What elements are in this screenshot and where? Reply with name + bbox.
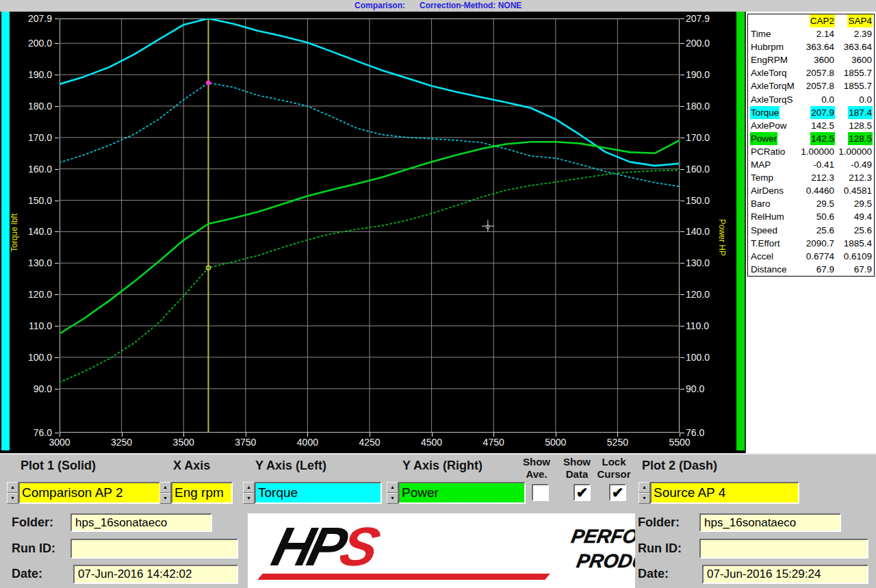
lock-cursor-label: Lock Cursor	[590, 456, 638, 481]
runid-field-right[interactable]	[699, 539, 868, 559]
xaxis-value-field[interactable]: Eng rpm	[171, 482, 233, 504]
y-tick-label-right: 180.0	[686, 101, 728, 112]
row-value: 207.9	[810, 106, 835, 119]
spinner-down-icon[interactable]: ▼	[159, 493, 171, 504]
row-value: 3600	[813, 53, 835, 66]
table-row: AirDens0.44600.4581	[748, 184, 874, 197]
x-tick-label: 5000	[535, 437, 576, 448]
runid-field-left[interactable]	[70, 539, 238, 559]
lock-cursor-checkbox[interactable]: ✔	[609, 484, 626, 501]
table-row: Temp212.3212.3	[748, 171, 874, 184]
row-value: 363.64	[806, 40, 835, 53]
row-label: AxleTorqS	[750, 93, 794, 106]
y-tick-label-left: 130.0	[10, 257, 52, 268]
torque-axis-color-strip	[1, 12, 10, 450]
plot1-value-field[interactable]: Comparison AP 2	[18, 482, 161, 504]
cursor-data-table: CAP2SAP4Time2.142.39Hubrpm363.64363.64En…	[747, 14, 875, 277]
y-tick-mark	[680, 138, 684, 138]
y-tick-mark	[680, 201, 684, 201]
y-tick-mark	[680, 263, 684, 264]
plot2-label: Plot 2 (Dash)	[642, 459, 717, 473]
yaxis-right-selector: ▲ ▼ Power	[387, 482, 526, 504]
spinner-down-icon[interactable]: ▼	[387, 493, 398, 504]
show-ave-checkbox[interactable]	[532, 484, 549, 501]
runid-label-left: Run ID:	[12, 541, 55, 556]
yaxis-right-value-field[interactable]: Power	[398, 482, 526, 504]
table-row: Power142.5128.5	[748, 132, 874, 145]
table-row: AxleTorq2057.81855.7	[748, 66, 874, 79]
y-tick-mark	[55, 138, 59, 138]
spinner-up-icon[interactable]: ▲	[159, 482, 171, 493]
table-row: Distance67.967.9	[748, 263, 874, 276]
yaxis-left-label: Y Axis (Left)	[255, 459, 326, 473]
row-value: 142.5	[810, 119, 835, 132]
y-tick-label-left: 110.0	[10, 320, 52, 331]
y-tick-label-left: 180.0	[10, 101, 52, 112]
row-label: Temp	[750, 171, 774, 184]
spinner-down-icon[interactable]: ▼	[7, 493, 18, 504]
y-tick-label-right: 160.0	[686, 164, 728, 175]
plot-area[interactable]	[60, 18, 680, 433]
table-header-name	[748, 14, 795, 27]
row-value: 2.14	[816, 27, 835, 40]
y-tick-mark	[680, 389, 684, 389]
y-tick-mark	[680, 326, 684, 327]
row-label: RelHum	[750, 210, 785, 223]
spinner-up-icon[interactable]: ▲	[387, 482, 398, 493]
row-value: 2090.7	[806, 237, 835, 250]
yaxis-right-spinner[interactable]: ▲ ▼	[387, 482, 398, 504]
row-value: 67.9	[816, 263, 835, 276]
spinner-up-icon[interactable]: ▲	[243, 482, 255, 493]
plot1-spinner[interactable]: ▲ ▼	[7, 482, 18, 504]
plot2-selector: ▲ ▼ Source AP 4	[639, 482, 799, 504]
plot2-value-field[interactable]: Source AP 4	[650, 482, 799, 504]
y-tick-label-right: 120.0	[686, 289, 728, 300]
plot2-spinner[interactable]: ▲ ▼	[639, 482, 650, 504]
row-value: 67.9	[853, 263, 873, 276]
row-value: 1.00000	[838, 145, 873, 158]
y-tick-mark	[55, 18, 59, 19]
y-tick-label-right: 100.0	[686, 352, 728, 363]
table-row: Speed25.625.6	[748, 224, 874, 237]
row-value: 212.3	[848, 171, 873, 184]
row-label: AxleTorqM	[750, 79, 795, 92]
y-tick-mark	[680, 294, 684, 295]
spinner-up-icon[interactable]: ▲	[7, 482, 18, 493]
show-data-checkbox[interactable]: ✔	[574, 484, 591, 501]
y-tick-label-left: 90.0	[10, 383, 52, 394]
yaxis-left-value-field[interactable]: Torque	[255, 482, 382, 504]
row-label: Hubrpm	[750, 40, 784, 53]
y-tick-mark	[680, 18, 684, 19]
runid-label-right: Run ID:	[638, 541, 682, 556]
row-value: 0.6109	[843, 250, 873, 263]
xaxis-selector: ▲ ▼ Eng rpm	[159, 482, 233, 504]
table-row: Time2.142.39	[748, 27, 874, 40]
row-value: 2.39	[853, 27, 873, 40]
row-value: 187.4	[848, 106, 873, 119]
column-header: CAP2	[810, 14, 835, 27]
row-value: 1855.7	[843, 79, 873, 92]
x-tick-label: 4000	[287, 437, 328, 448]
spinner-down-icon[interactable]: ▼	[243, 493, 255, 504]
date-field-right[interactable]: 07-Jun-2016 15:29:24	[702, 565, 868, 584]
y-tick-label-right: 140.0	[686, 226, 728, 237]
folder-field-right[interactable]: hps_16sonataeco	[699, 513, 841, 532]
x-tick-label: 3250	[101, 437, 142, 448]
dyno-curves-plot[interactable]	[60, 18, 680, 433]
xaxis-spinner[interactable]: ▲ ▼	[159, 482, 171, 504]
spinner-down-icon[interactable]: ▼	[639, 493, 650, 504]
folder-label-right: Folder:	[638, 515, 680, 530]
row-label: MAP	[750, 158, 771, 171]
spinner-up-icon[interactable]: ▲	[639, 482, 650, 493]
hps-logo: HPS PERFORMANCE PRODUCTS	[248, 513, 635, 588]
row-value: 0.4581	[843, 184, 873, 197]
row-label: Distance	[750, 263, 788, 276]
power-axis-color-strip	[736, 12, 745, 450]
row-value: 2057.8	[806, 79, 835, 92]
date-field-left[interactable]: 07-Jun-2016 14:42:02	[73, 565, 238, 584]
row-value: 128.5	[848, 119, 873, 132]
yaxis-left-spinner[interactable]: ▲ ▼	[243, 482, 255, 504]
row-value: 49.4	[853, 210, 873, 223]
folder-field-left[interactable]: hps_16sonataeco	[70, 513, 212, 532]
y-tick-mark	[55, 433, 59, 433]
